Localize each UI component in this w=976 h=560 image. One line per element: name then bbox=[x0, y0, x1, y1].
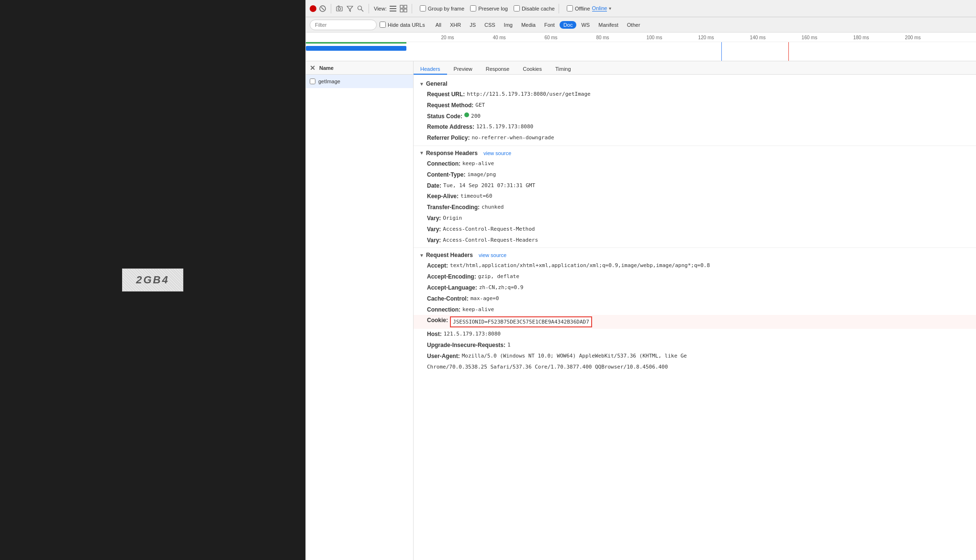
timeline-mark: 180 ms bbox=[853, 35, 869, 40]
tab-js[interactable]: JS bbox=[466, 21, 480, 29]
tab-ws[interactable]: WS bbox=[577, 21, 594, 29]
timeline-mark: 60 ms bbox=[544, 35, 557, 40]
request-row-getimage[interactable]: getImage bbox=[306, 75, 413, 88]
response-header-connection: Connection: keep-alive bbox=[414, 158, 976, 169]
tab-xhr[interactable]: XHR bbox=[446, 21, 465, 29]
timeline-mark: 100 ms bbox=[647, 35, 662, 40]
svg-line-1 bbox=[321, 7, 324, 10]
devtools-panel: View: Group by frame Preserve log bbox=[305, 0, 976, 560]
detail-panel: Headers Preview Response Cookies Timing … bbox=[414, 61, 976, 560]
tab-other[interactable]: Other bbox=[623, 21, 644, 29]
section-toggle: ▼ bbox=[419, 81, 424, 87]
header-row-status-code: Status Code: 200 bbox=[414, 111, 976, 122]
divider bbox=[414, 247, 976, 248]
clear-button[interactable] bbox=[318, 4, 327, 13]
timeline-bar-dns bbox=[306, 46, 406, 51]
timeline-mark: 80 ms bbox=[596, 35, 609, 40]
tab-response[interactable]: Response bbox=[479, 64, 516, 75]
name-column: ✕ Name getImage bbox=[306, 61, 414, 560]
tab-manifest[interactable]: Manifest bbox=[595, 21, 622, 29]
tab-all[interactable]: All bbox=[432, 21, 445, 29]
response-header-content-type: Content-Type: image/png bbox=[414, 169, 976, 180]
svg-rect-14 bbox=[404, 9, 407, 12]
preserve-log-checkbox[interactable]: Preserve log bbox=[470, 5, 508, 11]
separator bbox=[559, 4, 559, 13]
tab-img[interactable]: Img bbox=[500, 21, 516, 29]
record-button[interactable] bbox=[310, 5, 316, 12]
request-header-user-agent: User-Agent: Mozilla/5.0 (Windows NT 10.0… bbox=[414, 351, 976, 362]
svg-point-6 bbox=[358, 6, 362, 10]
timeline-mark: 140 ms bbox=[750, 35, 766, 40]
tab-media[interactable]: Media bbox=[517, 21, 539, 29]
main-content: ✕ Name getImage Headers Preview Response… bbox=[306, 61, 976, 560]
group-by-frame-checkbox[interactable]: Group by frame bbox=[420, 5, 464, 11]
offline-checkbox[interactable]: Offline bbox=[567, 5, 590, 11]
svg-rect-12 bbox=[404, 5, 407, 8]
timeline-mark: 120 ms bbox=[698, 35, 714, 40]
request-header-accept-encoding: Accept-Encoding: gzip, deflate bbox=[414, 271, 976, 282]
hide-data-urls-checkbox[interactable]: Hide data URLs bbox=[380, 22, 425, 28]
svg-point-3 bbox=[338, 8, 341, 10]
svg-rect-13 bbox=[400, 9, 403, 12]
view-grid-icon[interactable] bbox=[399, 4, 408, 13]
headers-content: ▼ General Request URL: http://121.5.179.… bbox=[414, 75, 976, 376]
view-label: View: bbox=[374, 6, 387, 11]
response-headers-section-header[interactable]: ▼ Response Headers view source bbox=[414, 148, 976, 158]
tab-doc[interactable]: Doc bbox=[560, 21, 577, 29]
svg-marker-5 bbox=[347, 6, 353, 11]
view-source-link2[interactable]: view source bbox=[479, 252, 506, 258]
request-header-host: Host: 121.5.179.173:8080 bbox=[414, 329, 976, 340]
camera-icon[interactable] bbox=[335, 4, 344, 13]
timeline-mark: 160 ms bbox=[802, 35, 818, 40]
timeline-marks: 20 ms 40 ms 60 ms 80 ms 100 ms 120 ms 14… bbox=[402, 33, 976, 42]
timeline-mark: 20 ms bbox=[441, 35, 454, 40]
timeline-mark: 40 ms bbox=[493, 35, 505, 40]
name-column-header: ✕ Name bbox=[306, 61, 413, 75]
request-header-accept-language: Accept-Language: zh-CN,zh;q=0.9 bbox=[414, 282, 976, 293]
response-header-vary-2: Vary: Access-Control-Request-Method bbox=[414, 224, 976, 235]
header-row-request-method: Request Method: GET bbox=[414, 100, 976, 111]
view-source-link[interactable]: view source bbox=[483, 150, 511, 156]
filter-input[interactable] bbox=[310, 20, 377, 30]
timeline-content bbox=[306, 42, 976, 61]
online-dropdown[interactable]: Online bbox=[592, 5, 607, 11]
svg-rect-4 bbox=[338, 6, 339, 7]
detail-tabs: Headers Preview Response Cookies Timing bbox=[414, 61, 976, 75]
timeline-bar: 20 ms 40 ms 60 ms 80 ms 100 ms 120 ms 14… bbox=[306, 33, 976, 61]
header-row-request-url: Request URL: http://121.5.179.173:8080/u… bbox=[414, 89, 976, 100]
divider bbox=[414, 146, 976, 146]
request-header-connection: Connection: keep-alive bbox=[414, 304, 976, 315]
general-section-header[interactable]: ▼ General bbox=[414, 78, 976, 89]
tab-preview[interactable]: Preview bbox=[447, 64, 479, 75]
left-panel: 2GB4 bbox=[0, 0, 305, 560]
search-icon[interactable] bbox=[356, 4, 365, 13]
row-checkbox[interactable] bbox=[310, 78, 315, 84]
request-headers-section-header[interactable]: ▼ Request Headers view source bbox=[414, 250, 976, 260]
section-toggle: ▼ bbox=[419, 253, 424, 258]
view-list-icon[interactable] bbox=[389, 4, 397, 13]
tab-headers[interactable]: Headers bbox=[414, 64, 447, 75]
toolbar: View: Group by frame Preserve log bbox=[306, 0, 976, 17]
request-header-accept: Accept: text/html,application/xhtml+xml,… bbox=[414, 260, 976, 271]
tab-timing[interactable]: Timing bbox=[549, 64, 578, 75]
request-header-cache-control: Cache-Control: max-age=0 bbox=[414, 293, 976, 304]
response-header-transfer-encoding: Transfer-Encoding: chunked bbox=[414, 202, 976, 213]
close-panel-button[interactable]: ✕ bbox=[310, 64, 315, 72]
timeline-green-bar bbox=[306, 42, 406, 44]
svg-rect-9 bbox=[390, 8, 396, 9]
online-chevron[interactable]: ▾ bbox=[609, 6, 611, 11]
request-header-cookie: Cookie: JSESSIONID=F523B75DE3C575E1CBE9A… bbox=[414, 315, 976, 329]
tab-cookies[interactable]: Cookies bbox=[516, 64, 549, 75]
timeline-ruler: 20 ms 40 ms 60 ms 80 ms 100 ms 120 ms 14… bbox=[306, 33, 976, 42]
response-header-date: Date: Tue, 14 Sep 2021 07:31:31 GMT bbox=[414, 180, 976, 191]
tab-css[interactable]: CSS bbox=[481, 21, 499, 29]
type-tabs: All XHR JS CSS Img Media Font Doc WS Man… bbox=[432, 21, 644, 29]
request-header-user-agent-cont: Chrome/70.0.3538.25 Safari/537.36 Core/1… bbox=[414, 362, 976, 372]
separator bbox=[369, 4, 369, 13]
tab-font[interactable]: Font bbox=[540, 21, 559, 29]
status-green-dot bbox=[464, 112, 469, 117]
disable-cache-checkbox[interactable]: Disable cache bbox=[514, 5, 555, 11]
timeline-mark: 200 ms bbox=[905, 35, 921, 40]
response-header-keep-alive: Keep-Alive: timeout=60 bbox=[414, 191, 976, 202]
filter-icon[interactable] bbox=[346, 4, 354, 13]
